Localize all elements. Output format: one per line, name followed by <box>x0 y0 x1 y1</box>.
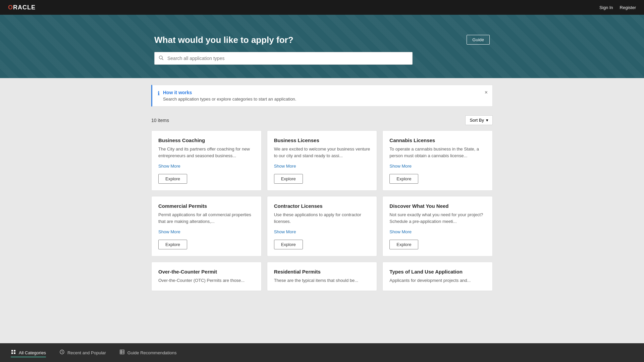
card-desc: Use these applications to apply for cont… <box>274 212 370 228</box>
guide-button[interactable]: Guide <box>467 35 490 45</box>
info-close-button[interactable]: × <box>485 90 488 95</box>
chevron-down-icon: ▾ <box>486 118 488 123</box>
card-title: Business Licenses <box>274 137 370 143</box>
card-desc: Over-the-Counter (OTC) Permits are those… <box>158 277 255 284</box>
card-desc: Applicants for development projects and.… <box>389 277 486 284</box>
card-title: Discover What You Need <box>389 203 486 209</box>
svg-rect-5 <box>14 352 15 354</box>
info-icon: ℹ <box>158 90 160 97</box>
card-desc: Permit applications for all commercial p… <box>158 212 255 228</box>
search-input[interactable] <box>154 52 413 65</box>
nav-links: Sign In Register <box>599 5 636 10</box>
explore-button[interactable]: Explore <box>389 240 418 249</box>
partial-cards-grid: Over-the-Counter Permit Over-the-Counter… <box>151 262 493 291</box>
show-more-link[interactable]: Show More <box>158 164 255 169</box>
partial-card-item: Over-the-Counter Permit Over-the-Counter… <box>151 262 262 291</box>
card-title: Cannabis Licenses <box>389 137 486 143</box>
info-text: How it works Search application types or… <box>163 90 296 102</box>
show-more-link[interactable]: Show More <box>389 164 486 169</box>
card-desc: These are the typical items that should … <box>274 277 370 284</box>
sort-by-button[interactable]: Sort By ▾ <box>465 115 493 125</box>
svg-rect-3 <box>14 350 15 352</box>
svg-line-1 <box>162 59 163 60</box>
card-title: Types of Land Use Application <box>389 269 486 275</box>
page-title: What would you like to apply for? <box>154 35 293 45</box>
info-heading: How it works <box>163 90 296 95</box>
bottom-nav-label: Recent and Popular <box>67 350 106 355</box>
card-item: Cannabis Licenses To operate a cannabis … <box>382 130 493 191</box>
card-desc: The City and its partners offer coaching… <box>158 146 255 162</box>
register-link[interactable]: Register <box>620 5 636 10</box>
partial-card-item: Residential Permits These are the typica… <box>267 262 377 291</box>
info-description: Search application types or explore cate… <box>163 97 296 102</box>
card-title: Residential Permits <box>274 269 370 275</box>
card-item: Discover What You Need Not sure exactly … <box>382 196 493 256</box>
card-title: Over-the-Counter Permit <box>158 269 255 275</box>
svg-rect-2 <box>11 350 13 352</box>
card-desc: To operate a cannabis business in the St… <box>389 146 486 162</box>
cards-grid: Business Coaching The City and its partn… <box>151 130 493 256</box>
table-icon <box>119 349 125 356</box>
oracle-logo: ORACLE <box>8 4 36 11</box>
svg-point-0 <box>159 56 162 59</box>
card-title: Commercial Permits <box>158 203 255 209</box>
bottom-nav-item-all-categories[interactable]: All Categories <box>11 348 46 357</box>
card-title: Contractor Licenses <box>274 203 370 209</box>
search-icon <box>158 55 164 62</box>
explore-button[interactable]: Explore <box>274 174 303 184</box>
info-banner: ℹ How it works Search application types … <box>151 85 493 107</box>
svg-rect-4 <box>11 352 13 354</box>
show-more-link[interactable]: Show More <box>274 229 370 234</box>
clock-icon <box>59 349 65 356</box>
hero-section: What would you like to apply for? Guide <box>0 15 644 78</box>
bottom-nav-label: All Categories <box>19 350 46 355</box>
bottom-nav-item-guide-recommendations[interactable]: Guide Recommendations <box>119 348 177 357</box>
show-more-link[interactable]: Show More <box>389 229 486 234</box>
show-more-link[interactable]: Show More <box>158 229 255 234</box>
items-header: 10 items Sort By ▾ <box>151 110 493 130</box>
explore-button[interactable]: Explore <box>158 174 187 184</box>
card-title: Business Coaching <box>158 137 255 143</box>
bottom-navigation: All Categories Recent and Popular Guide … <box>0 343 644 362</box>
bottom-nav-item-recent-and-popular[interactable]: Recent and Popular <box>59 348 106 357</box>
sign-in-link[interactable]: Sign In <box>599 5 613 10</box>
partial-card-item: Types of Land Use Application Applicants… <box>382 262 493 291</box>
explore-button[interactable]: Explore <box>389 174 418 184</box>
grid-icon <box>11 349 16 356</box>
show-more-link[interactable]: Show More <box>274 164 370 169</box>
main-content: ℹ How it works Search application types … <box>146 85 498 324</box>
card-item: Contractor Licenses Use these applicatio… <box>267 196 377 256</box>
top-navigation: ORACLE Sign In Register <box>0 0 644 15</box>
explore-button[interactable]: Explore <box>158 240 187 249</box>
card-desc: We are excited to welcome your business … <box>274 146 370 162</box>
items-count: 10 items <box>151 118 169 123</box>
card-desc: Not sure exactly what you need for your … <box>389 212 486 228</box>
card-item: Commercial Permits Permit applications f… <box>151 196 262 256</box>
search-container <box>154 52 413 65</box>
explore-button[interactable]: Explore <box>274 240 303 249</box>
card-item: Business Coaching The City and its partn… <box>151 130 262 191</box>
bottom-nav-label: Guide Recommendations <box>127 350 177 355</box>
svg-rect-7 <box>120 350 124 354</box>
card-item: Business Licenses We are excited to welc… <box>267 130 377 191</box>
sort-by-label: Sort By <box>470 118 484 123</box>
